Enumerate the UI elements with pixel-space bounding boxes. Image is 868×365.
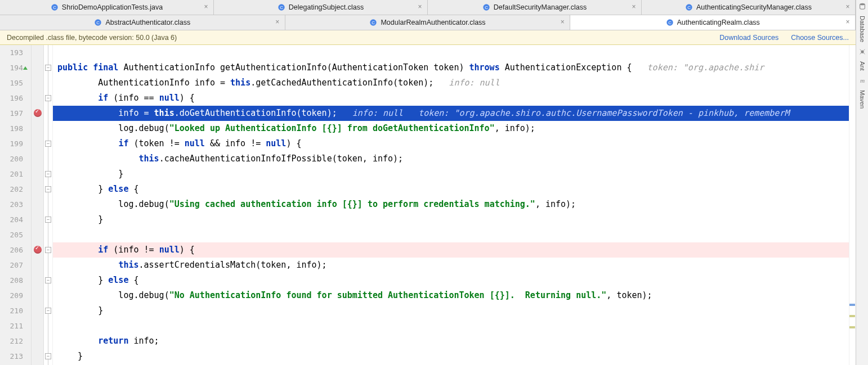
svg-text:C: C [372, 20, 375, 25]
svg-text:C: C [668, 20, 672, 25]
code-line[interactable]: } else { [53, 273, 856, 288]
code-line[interactable]: } [53, 349, 856, 364]
tab-shriodemoapplicationtests[interactable]: C ShrioDemoApplicationTests.java × [0, 0, 214, 15]
maven-icon[interactable]: m [858, 76, 866, 84]
close-icon[interactable]: × [558, 18, 566, 26]
svg-line-18 [860, 53, 861, 55]
fold-toggle[interactable]: − [45, 141, 51, 147]
tab-row-2: C AbstractAuthenticator.class × C Modula… [0, 15, 856, 30]
svg-text:m: m [860, 76, 864, 83]
ant-tool[interactable]: Ant [859, 60, 866, 72]
code-line[interactable]: public final AuthenticationInfo getAuthe… [53, 60, 856, 75]
code-line[interactable] [53, 227, 856, 242]
close-icon[interactable]: × [630, 3, 638, 11]
fold-toggle[interactable]: − [45, 353, 51, 359]
close-icon[interactable]: × [274, 18, 281, 26]
line-number: 193 [0, 45, 23, 60]
code-line[interactable]: } else { [53, 182, 856, 197]
code-line[interactable]: log.debug("No AuthenticationInfo found f… [53, 288, 856, 303]
maven-tool[interactable]: Maven [859, 89, 866, 110]
tab-label: AuthenticatingRealm.class [677, 19, 760, 26]
code-line[interactable]: log.debug("Using cached authentication i… [53, 197, 856, 212]
code-line[interactable] [53, 45, 856, 60]
line-number: 201 [0, 166, 23, 182]
tab-label: AbstractAuthenticator.class [105, 19, 190, 26]
line-number: 207 [0, 258, 23, 273]
fold-toggle[interactable]: − [45, 186, 51, 192]
download-sources-link[interactable]: Download Sources [719, 34, 778, 42]
line-number: 202 [0, 182, 23, 197]
tab-label: DefaultSecurityManager.class [494, 3, 587, 11]
line-number-gutter: 1931941951961971981992002012022032042052… [0, 45, 32, 365]
tab-abstractauthenticator[interactable]: C AbstractAuthenticator.class × [0, 15, 285, 30]
line-number: 195 [0, 75, 23, 91]
tab-label: ModularRealmAuthenticator.class [381, 19, 485, 26]
close-icon[interactable]: × [416, 3, 424, 11]
stripe-mark[interactable] [849, 315, 855, 317]
override-up-icon[interactable] [23, 66, 28, 71]
class-icon: C [685, 3, 693, 11]
code-line[interactable]: log.debug("Looked up AuthenticationInfo … [53, 121, 856, 136]
database-tool[interactable]: Database [859, 15, 866, 43]
svg-text:C: C [485, 5, 488, 10]
line-number: 205 [0, 227, 23, 242]
line-number: 197 [0, 106, 23, 121]
breakpoint-gutter[interactable] [32, 45, 44, 365]
line-number: 196 [0, 91, 23, 106]
code-line[interactable] [53, 318, 856, 334]
code-line[interactable]: } [53, 303, 856, 318]
code-line[interactable]: this.cacheAuthenticationInfoIfPossible(t… [53, 151, 856, 166]
breakpoint-icon[interactable] [34, 246, 42, 254]
line-number: 206 [0, 242, 23, 258]
svg-text:C: C [97, 20, 100, 25]
code-line[interactable]: } [53, 166, 856, 182]
close-icon[interactable]: × [202, 3, 210, 11]
tab-authenticatingsecuritymanager[interactable]: C AuthenticatingSecurityManager.class × [642, 0, 856, 15]
fold-toggle[interactable]: − [45, 308, 51, 314]
svg-line-16 [860, 49, 861, 51]
stripe-mark[interactable] [849, 304, 855, 306]
code-line[interactable]: if (token != null && info != null) { [53, 136, 856, 151]
tab-row-1: C ShrioDemoApplicationTests.java × C Del… [0, 0, 856, 15]
database-icon[interactable] [858, 2, 866, 10]
class-icon: C [369, 19, 377, 26]
code-line[interactable]: if (info == null) { [53, 91, 856, 106]
fold-toggle[interactable]: − [45, 65, 51, 71]
tab-defaultsecuritymanager[interactable]: C DefaultSecurityManager.class × [428, 0, 642, 15]
line-number: 210 [0, 303, 23, 318]
class-icon: C [482, 3, 490, 11]
tab-delegatingsubject[interactable]: C DelegatingSubject.class × [214, 0, 428, 15]
fold-toggle[interactable]: − [45, 171, 51, 177]
fold-toggle[interactable]: − [45, 247, 51, 253]
line-number: 208 [0, 273, 23, 288]
fold-toggle[interactable]: − [45, 277, 51, 283]
close-icon[interactable]: × [844, 18, 852, 26]
stripe-mark[interactable] [849, 326, 855, 328]
breakpoint-icon[interactable] [34, 109, 42, 117]
code-line[interactable]: info = this.doGetAuthenticationInfo(toke… [53, 106, 856, 121]
code-line[interactable]: AuthenticationInfo info = this.getCached… [53, 75, 856, 91]
code-area[interactable]: public final AuthenticationInfo getAuthe… [53, 45, 856, 365]
svg-line-17 [863, 49, 865, 51]
fold-toggle[interactable]: − [45, 95, 51, 101]
line-number: 203 [0, 197, 23, 212]
code-line[interactable]: if (info != null) { [53, 242, 856, 258]
svg-text:C: C [53, 5, 56, 10]
close-icon[interactable]: × [844, 3, 852, 11]
editor[interactable]: 1931941951961971981992002012022032042052… [0, 45, 856, 365]
code-line[interactable]: } [53, 212, 856, 227]
code-line[interactable]: this.assertCredentialsMatch(token, info)… [53, 258, 856, 273]
code-line[interactable]: return info; [53, 334, 856, 349]
fold-gutter[interactable]: −−−−−−−−−− [44, 45, 53, 365]
fold-toggle[interactable]: − [45, 217, 51, 223]
line-number: 200 [0, 151, 23, 166]
line-number: 213 [0, 349, 23, 364]
tab-modularrealmauthenticator[interactable]: C ModularRealmAuthenticator.class × [285, 15, 571, 30]
error-stripe[interactable] [849, 45, 856, 365]
tab-label: AuthenticatingSecurityManager.class [696, 3, 812, 11]
tab-authenticatingrealm[interactable]: C AuthenticatingRealm.class × [570, 15, 856, 30]
ant-icon[interactable] [858, 48, 866, 56]
choose-sources-link[interactable]: Choose Sources... [791, 34, 849, 42]
class-icon: C [94, 19, 102, 26]
tab-label: DelegatingSubject.class [289, 3, 364, 11]
